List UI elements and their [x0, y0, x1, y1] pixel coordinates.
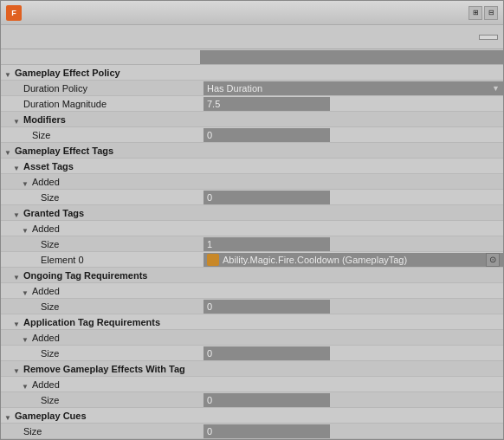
row-granted-tags-added-size: Size [1, 236, 503, 252]
row-gameplay-effect-policy: Gameplay Effect Policy [1, 65, 503, 81]
label-text-remove-added: Added [32, 379, 60, 390]
triangle-granted-tags[interactable] [13, 209, 22, 217]
label-duration-magnitude: Duration Magnitude [1, 96, 200, 111]
label-text-asset-tags-added: Added [32, 177, 60, 187]
label-duration-policy: Duration Policy [1, 81, 200, 95]
label-modifiers-size: Size [1, 127, 200, 142]
input-duration-magnitude[interactable] [204, 97, 330, 111]
triangle-remove-added[interactable] [22, 380, 30, 389]
value-ongoing-tag-req [200, 268, 503, 282]
value-asset-tags [200, 159, 503, 173]
dropdown-duration-policy[interactable]: Has Duration▼ [204, 81, 503, 95]
label-remove-size: Size [1, 392, 200, 407]
tag-icon [207, 254, 219, 266]
row-gameplay-cues-size: Size [1, 424, 503, 439]
value-application-size [200, 346, 503, 360]
row-asset-tags: Asset Tags [1, 159, 503, 174]
triangle-asset-tags[interactable] [13, 162, 22, 171]
window: F ⊞ ⊟ Gameplay Effect PolicyDuration Pol… [0, 0, 504, 440]
label-text-gameplay-cues: Gameplay Cues [15, 411, 87, 421]
value-duration-policy: Has Duration▼ [200, 81, 503, 95]
label-text-asset-tags-added-size: Size [41, 192, 59, 203]
triangle-granted-tags-added[interactable] [22, 224, 30, 233]
triangle-remove-gameplay[interactable] [13, 365, 22, 373]
tag-granted-tags-element0[interactable]: Ability.Magic.Fire.Cooldown (GameplayTag… [204, 253, 503, 267]
value-gameplay-cues-size [200, 424, 503, 438]
script-value [200, 50, 503, 64]
row-granted-tags: Granted Tags [1, 205, 503, 221]
triangle-gameplay-effect-policy[interactable] [4, 68, 13, 77]
value-remove-gameplay [200, 361, 503, 376]
value-modifiers [200, 112, 503, 126]
input-ongoing-size[interactable] [204, 300, 330, 314]
titlebar-btn-1[interactable]: ⊞ [468, 6, 482, 20]
label-text-application-tag-req: Application Tag Requirements [23, 317, 160, 327]
tag-options-button[interactable]: ⊙ [486, 253, 500, 267]
row-ongoing-added: Added [1, 283, 503, 299]
triangle-modifiers[interactable] [13, 115, 22, 124]
triangle-gameplay-cues[interactable] [4, 411, 13, 420]
content-area: Gameplay Effect PolicyDuration PolicyHas… [1, 65, 503, 439]
titlebar-btn-2[interactable]: ⊟ [484, 6, 498, 20]
input-asset-tags-added-size[interactable] [204, 191, 330, 204]
input-granted-tags-added-size[interactable] [204, 237, 330, 251]
input-gameplay-cues-size[interactable] [204, 424, 330, 438]
row-duration-magnitude: Duration Magnitude [1, 96, 503, 112]
label-text-application-added: Added [32, 333, 60, 343]
value-gameplay-effect-tags [200, 143, 503, 158]
script-input[interactable] [200, 50, 503, 64]
label-ongoing-added: Added [1, 283, 200, 298]
label-gameplay-cues-size: Size [1, 424, 200, 438]
script-row [1, 49, 503, 65]
triangle-application-added[interactable] [22, 333, 30, 342]
label-text-remove-gameplay: Remove Gameplay Effects With Tag [23, 364, 185, 374]
label-text-ongoing-added: Added [32, 286, 60, 296]
label-text-granted-tags-added-size: Size [41, 239, 59, 249]
label-gameplay-effect-tags: Gameplay Effect Tags [1, 143, 200, 158]
label-text-modifiers-size: Size [32, 130, 50, 140]
triangle-application-tag-req[interactable] [13, 318, 22, 327]
label-text-granted-tags-element0: Element 0 [41, 255, 84, 265]
label-text-gameplay-effect-policy: Gameplay Effect Policy [15, 68, 120, 78]
row-modifiers: Modifiers [1, 112, 503, 127]
triangle-gameplay-effect-tags[interactable] [4, 146, 13, 155]
value-gameplay-cues [200, 408, 503, 423]
titlebar: F ⊞ ⊟ [1, 1, 503, 25]
input-remove-size[interactable] [204, 393, 330, 407]
label-ongoing-size: Size [1, 299, 200, 314]
row-ongoing-size: Size [1, 299, 503, 314]
value-asset-tags-added-size [200, 190, 503, 204]
value-remove-added [200, 377, 503, 391]
row-asset-tags-added-size: Size [1, 190, 503, 205]
row-remove-gameplay: Remove Gameplay Effects With Tag [1, 361, 503, 377]
row-duration-policy: Duration PolicyHas Duration▼ [1, 81, 503, 96]
value-ongoing-added [200, 283, 503, 298]
label-text-asset-tags: Asset Tags [23, 161, 74, 171]
label-application-size: Size [1, 346, 200, 360]
triangle-asset-tags-added[interactable] [22, 178, 30, 186]
row-modifiers-size: Size [1, 127, 503, 143]
label-text-application-size: Size [41, 348, 59, 359]
value-gameplay-effect-policy [200, 65, 503, 80]
label-text-gameplay-cues-size: Size [23, 426, 42, 437]
label-text-modifiers: Modifiers [23, 114, 66, 125]
input-application-size[interactable] [204, 346, 330, 360]
label-text-remove-size: Size [41, 395, 59, 405]
label-text-duration-magnitude: Duration Magnitude [23, 99, 107, 109]
triangle-ongoing-tag-req[interactable] [13, 271, 22, 280]
label-text-granted-tags-added: Added [32, 223, 60, 234]
open-button[interactable] [479, 35, 498, 40]
row-asset-tags-added: Added [1, 174, 503, 190]
row-remove-added: Added [1, 377, 503, 392]
row-application-size: Size [1, 346, 503, 361]
triangle-ongoing-added[interactable] [22, 287, 30, 295]
input-modifiers-size[interactable] [204, 128, 330, 142]
toolbar [1, 25, 503, 49]
row-gameplay-effect-tags: Gameplay Effect Tags [1, 143, 503, 159]
label-remove-gameplay: Remove Gameplay Effects With Tag [1, 361, 200, 376]
value-duration-magnitude [200, 96, 503, 111]
value-application-added [200, 330, 503, 345]
row-application-added: Added [1, 330, 503, 346]
value-granted-tags-element0: Ability.Magic.Fire.Cooldown (GameplayTag… [200, 252, 503, 267]
value-granted-tags-added-size [200, 236, 503, 251]
